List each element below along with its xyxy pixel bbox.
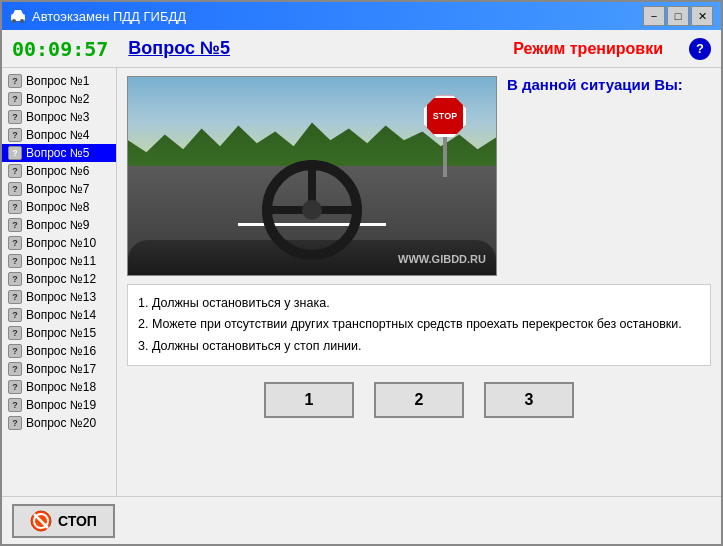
sidebar-item-label: Вопрос №8 [26,200,89,214]
answer-text-1: 1. Должны остановиться у знака. [138,293,700,314]
sidebar-item-q3[interactable]: ?Вопрос №3 [2,108,116,126]
road-scene: STOP [128,77,496,275]
sidebar-item-q19[interactable]: ?Вопрос №19 [2,396,116,414]
sidebar-item-icon: ? [8,74,22,88]
question-image: STOP [127,76,497,276]
sidebar-item-q7[interactable]: ?Вопрос №7 [2,180,116,198]
sidebar-item-label: Вопрос №19 [26,398,96,412]
sidebar-item-icon: ? [8,326,22,340]
sidebar-item-icon: ? [8,272,22,286]
answer-buttons-container: 123 [127,374,711,426]
answer-text-3: 3. Должны остановиться у стоп линии. [138,336,700,357]
sidebar-item-label: Вопрос №13 [26,290,96,304]
sidebar: ?Вопрос №1?Вопрос №2?Вопрос №3?Вопрос №4… [2,68,117,496]
minimize-button[interactable]: − [643,6,665,26]
answer-button-2[interactable]: 2 [374,382,464,418]
stop-button[interactable]: СТОП [12,504,115,538]
sidebar-item-q5[interactable]: ?Вопрос №5 [2,144,116,162]
sidebar-item-icon: ? [8,128,22,142]
title-bar-left: Автоэкзамен ПДД ГИБДД [10,8,186,24]
sidebar-item-q20[interactable]: ?Вопрос №20 [2,414,116,432]
app-icon [10,8,26,24]
stop-post [443,137,447,177]
sidebar-item-label: Вопрос №18 [26,380,96,394]
sidebar-item-icon: ? [8,200,22,214]
sidebar-item-label: Вопрос №17 [26,362,96,376]
sidebar-item-label: Вопрос №9 [26,218,89,232]
svg-point-2 [12,19,16,23]
sidebar-item-label: Вопрос №14 [26,308,96,322]
content-area: STOP [117,68,721,496]
question-heading: В данной ситуации Вы: [507,76,711,93]
sidebar-item-q8[interactable]: ?Вопрос №8 [2,198,116,216]
sidebar-item-icon: ? [8,218,22,232]
sidebar-item-q15[interactable]: ?Вопрос №15 [2,324,116,342]
stop-button-label: СТОП [58,513,97,529]
answer-button-3[interactable]: 3 [484,382,574,418]
stop-icon [30,510,52,532]
sidebar-item-q6[interactable]: ?Вопрос №6 [2,162,116,180]
sidebar-item-label: Вопрос №16 [26,344,96,358]
top-bar: 00:09:57 Вопрос №5 Режим тренировки ? [2,30,721,68]
title-bar: Автоэкзамен ПДД ГИБДД − □ ✕ [2,2,721,30]
sw-outer [262,160,362,260]
main-area: ?Вопрос №1?Вопрос №2?Вопрос №3?Вопрос №4… [2,68,721,496]
sidebar-item-q13[interactable]: ?Вопрос №13 [2,288,116,306]
sidebar-item-icon: ? [8,236,22,250]
sidebar-item-label: Вопрос №12 [26,272,96,286]
question-text-box: В данной ситуации Вы: [507,76,711,97]
timer-display: 00:09:57 [12,37,108,61]
main-window: Автоэкзамен ПДД ГИБДД − □ ✕ 00:09:57 Воп… [0,0,723,546]
sidebar-item-icon: ? [8,254,22,268]
sidebar-item-icon: ? [8,398,22,412]
sidebar-item-q12[interactable]: ?Вопрос №12 [2,270,116,288]
sidebar-item-q11[interactable]: ?Вопрос №11 [2,252,116,270]
sidebar-item-label: Вопрос №11 [26,254,96,268]
svg-point-3 [20,19,24,23]
sidebar-item-q18[interactable]: ?Вопрос №18 [2,378,116,396]
maximize-button[interactable]: □ [667,6,689,26]
sidebar-item-label: Вопрос №6 [26,164,89,178]
sidebar-item-icon: ? [8,290,22,304]
sidebar-item-label: Вопрос №7 [26,182,89,196]
sidebar-item-label: Вопрос №4 [26,128,89,142]
sidebar-item-label: Вопрос №3 [26,110,89,124]
bottom-bar: СТОП [2,496,721,544]
sidebar-item-q14[interactable]: ?Вопрос №14 [2,306,116,324]
help-button[interactable]: ? [689,38,711,60]
question-title: Вопрос №5 [128,38,230,59]
answer-button-1[interactable]: 1 [264,382,354,418]
sidebar-item-icon: ? [8,380,22,394]
steering-wheel [262,160,362,260]
sidebar-item-label: Вопрос №2 [26,92,89,106]
sidebar-item-icon: ? [8,164,22,178]
sidebar-item-q1[interactable]: ?Вопрос №1 [2,72,116,90]
sidebar-item-q17[interactable]: ?Вопрос №17 [2,360,116,378]
sidebar-item-q2[interactable]: ?Вопрос №2 [2,90,116,108]
sidebar-item-icon: ? [8,344,22,358]
sidebar-item-label: Вопрос №1 [26,74,89,88]
svg-marker-1 [13,10,23,14]
sw-center [302,200,322,220]
sidebar-item-q4[interactable]: ?Вопрос №4 [2,126,116,144]
answer-text-2: 2. Можете при отсутствии других транспор… [138,314,700,335]
title-controls: − □ ✕ [643,6,713,26]
sidebar-item-icon: ? [8,182,22,196]
sidebar-item-icon: ? [8,308,22,322]
stop-sign-container: STOP [424,95,466,177]
top-content: STOP [127,76,711,276]
sidebar-item-q10[interactable]: ?Вопрос №10 [2,234,116,252]
window-title: Автоэкзамен ПДД ГИБДД [32,9,186,24]
sidebar-item-q9[interactable]: ?Вопрос №9 [2,216,116,234]
close-button[interactable]: ✕ [691,6,713,26]
mode-label: Режим тренировки [513,40,663,58]
sidebar-item-label: Вопрос №10 [26,236,96,250]
sidebar-item-icon: ? [8,146,22,160]
sidebar-item-icon: ? [8,362,22,376]
sidebar-item-q16[interactable]: ?Вопрос №16 [2,342,116,360]
sidebar-item-icon: ? [8,416,22,430]
sidebar-item-icon: ? [8,110,22,124]
stop-sign: STOP [424,95,466,137]
answers-text: 1. Должны остановиться у знака.2. Можете… [127,284,711,366]
sidebar-item-icon: ? [8,92,22,106]
